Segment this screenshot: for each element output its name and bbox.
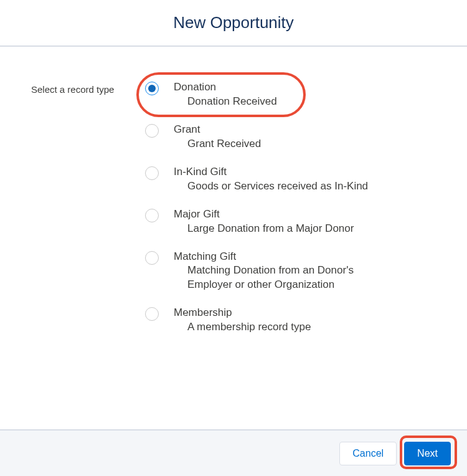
radio-icon[interactable] <box>145 166 159 180</box>
option-text: Major GiftLarge Donation from a Major Do… <box>174 207 448 236</box>
option-description: Grant Received <box>174 137 392 151</box>
radio-icon[interactable] <box>145 307 159 321</box>
record-type-row: Select a record type DonationDonation Re… <box>31 80 448 335</box>
option-label: In-Kind Gift <box>174 165 448 179</box>
record-type-option[interactable]: MembershipA membership record type <box>145 306 448 335</box>
radio-icon[interactable] <box>145 124 159 138</box>
option-text: In-Kind GiftGoods or Services received a… <box>174 165 448 194</box>
option-text: MembershipA membership record type <box>174 306 448 335</box>
option-text: DonationDonation Received <box>174 80 448 109</box>
modal-body: Select a record type DonationDonation Re… <box>0 47 467 429</box>
record-type-option[interactable]: In-Kind GiftGoods or Services received a… <box>145 165 448 194</box>
option-label: Major Gift <box>174 207 448 222</box>
option-description: Matching Donation from an Donor's Employ… <box>174 264 392 292</box>
radio-icon[interactable] <box>145 82 159 95</box>
record-type-option[interactable]: DonationDonation Received <box>145 80 448 109</box>
option-description: Goods or Services received as In-Kind <box>174 179 392 194</box>
option-label: Membership <box>174 306 448 320</box>
option-description: A membership record type <box>174 320 392 335</box>
record-type-label: Select a record type <box>31 80 134 95</box>
modal-title: New Opportunity <box>173 13 294 32</box>
radio-icon[interactable] <box>145 251 159 265</box>
option-label: Grant <box>174 123 448 137</box>
option-description: Donation Received <box>174 95 392 109</box>
modal-footer: Cancel Next <box>0 429 467 476</box>
record-type-option[interactable]: Matching GiftMatching Donation from an D… <box>145 250 448 293</box>
record-type-option[interactable]: GrantGrant Received <box>145 123 448 151</box>
record-type-option[interactable]: Major GiftLarge Donation from a Major Do… <box>145 207 448 236</box>
cancel-button[interactable]: Cancel <box>339 442 397 465</box>
option-label: Donation <box>174 80 448 95</box>
option-label: Matching Gift <box>174 250 448 264</box>
option-text: Matching GiftMatching Donation from an D… <box>174 250 448 293</box>
radio-icon[interactable] <box>145 209 159 222</box>
new-opportunity-modal: New Opportunity Select a record type Don… <box>0 0 467 476</box>
record-type-options: DonationDonation ReceivedGrantGrant Rece… <box>145 80 448 335</box>
next-button[interactable]: Next <box>404 442 451 465</box>
option-description: Large Donation from a Major Donor <box>174 222 392 236</box>
modal-header: New Opportunity <box>0 0 467 47</box>
option-text: GrantGrant Received <box>174 123 448 151</box>
